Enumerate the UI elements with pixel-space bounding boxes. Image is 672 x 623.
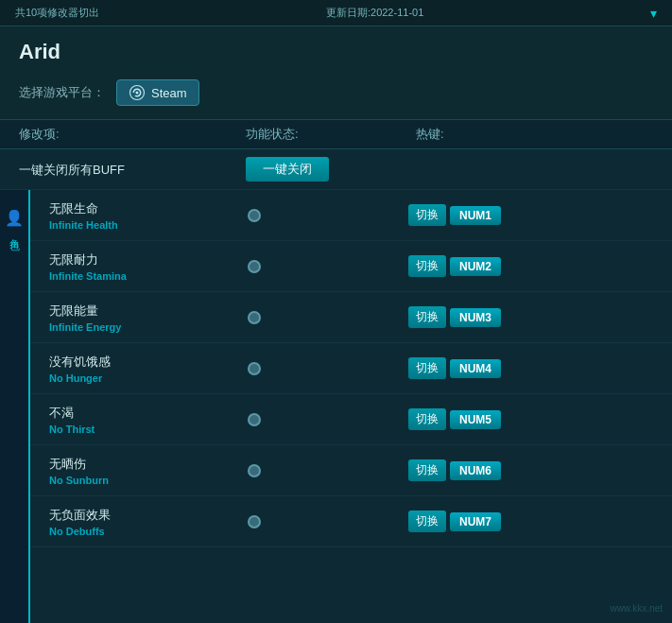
mod-toggle-col	[248, 362, 408, 375]
mod-name-cn: 没有饥饿感	[49, 354, 248, 371]
buff-name: 一键关闭所有BUFF	[19, 161, 246, 179]
mod-name-col: 无限耐力 Infinite Stamina	[49, 251, 248, 282]
table-header: 修改项: 功能状态: 热键:	[0, 119, 672, 149]
hotkey-key-button[interactable]: NUM7	[450, 512, 501, 531]
game-title: Arid	[0, 26, 672, 74]
mod-toggle-col	[248, 311, 408, 324]
main-content: 👤 角 色 无限生命 Infinite Health 切换 NUM1 无限耐力 …	[0, 190, 672, 623]
hotkey-toggle-button[interactable]: 切换	[408, 255, 446, 277]
buff-name-text: 一键关闭所有BUFF	[19, 163, 125, 177]
toggle-indicator[interactable]	[248, 413, 261, 426]
mod-list: 无限生命 Infinite Health 切换 NUM1 无限耐力 Infini…	[30, 190, 672, 623]
top-bar-right: 更新日期:2022-11-01	[326, 6, 423, 20]
header-name: 修改项:	[19, 126, 246, 143]
mod-name-cn: 无限耐力	[49, 251, 248, 268]
mod-name-en: No Hunger	[49, 372, 248, 384]
toggle-indicator[interactable]	[248, 209, 261, 222]
mod-name-col: 无晒伤 No Sunburn	[49, 456, 248, 486]
table-row: 没有饥饿感 No Hunger 切换 NUM4	[30, 343, 672, 394]
table-row: 无负面效果 No Debuffs 切换 NUM7	[30, 496, 672, 547]
top-bar-left: 共10项修改器切出	[15, 6, 99, 20]
toggle-indicator[interactable]	[248, 311, 261, 324]
mod-hotkey-col: 切换 NUM1	[408, 204, 653, 226]
hotkey-key-button[interactable]: NUM5	[450, 410, 501, 429]
table-row: 无限耐力 Infinite Stamina 切换 NUM2	[30, 241, 672, 292]
hotkey-key-button[interactable]: NUM1	[450, 206, 501, 225]
mod-name-col: 无限能量 Infinite Energy	[49, 303, 248, 333]
mod-name-cn: 无负面效果	[49, 507, 248, 524]
hotkey-toggle-button[interactable]: 切换	[408, 408, 446, 430]
mod-name-cn: 无限生命	[49, 200, 248, 217]
mod-toggle-col	[248, 413, 408, 426]
hotkey-toggle-button[interactable]: 切换	[408, 357, 446, 379]
hotkey-key-button[interactable]: NUM2	[450, 257, 501, 276]
table-row: 无限能量 Infinite Energy 切换 NUM3	[30, 292, 672, 343]
mod-hotkey-col: 切换 NUM7	[408, 511, 653, 532]
top-bar: 共10项修改器切出 更新日期:2022-11-01 ▾	[0, 0, 672, 26]
toggle-indicator[interactable]	[248, 515, 261, 528]
buff-btn-col: 一键关闭	[246, 157, 406, 182]
mod-toggle-col	[248, 464, 408, 477]
mod-toggle-col	[248, 260, 408, 273]
mod-name-en: No Thirst	[49, 424, 248, 435]
mod-toggle-col	[248, 209, 408, 222]
hotkey-toggle-button[interactable]: 切换	[408, 306, 446, 328]
mod-hotkey-col: 切换 NUM2	[408, 255, 653, 277]
mod-name-col: 不渴 No Thirst	[49, 405, 248, 435]
mod-name-en: No Debuffs	[49, 526, 248, 537]
character-icon: 👤	[5, 209, 24, 227]
buff-close-button[interactable]: 一键关闭	[246, 157, 329, 182]
steam-button[interactable]: Steam	[116, 79, 199, 106]
platform-row: 选择游戏平台： Steam	[0, 74, 672, 119]
hotkey-toggle-button[interactable]: 切换	[408, 204, 446, 226]
mod-hotkey-col: 切换 NUM6	[408, 459, 653, 481]
mod-name-cn: 无限能量	[49, 303, 248, 320]
mod-name-en: No Sunburn	[49, 475, 248, 486]
table-row: 不渴 No Thirst 切换 NUM5	[30, 394, 672, 445]
sidebar-label-char2: 色	[8, 233, 22, 234]
dropdown-arrow-icon[interactable]: ▾	[650, 6, 657, 21]
mod-name-en: Infinite Health	[49, 219, 248, 231]
mod-name-en: Infinite Stamina	[49, 270, 248, 282]
steam-icon	[129, 84, 146, 101]
hotkey-key-button[interactable]: NUM4	[450, 359, 501, 378]
table-row: 无晒伤 No Sunburn 切换 NUM6	[30, 445, 672, 496]
hotkey-toggle-button[interactable]: 切换	[408, 459, 446, 481]
header-status: 功能状态:	[246, 126, 416, 143]
steam-label: Steam	[151, 86, 187, 100]
platform-label: 选择游戏平台：	[19, 84, 105, 101]
mod-name-cn: 不渴	[49, 405, 248, 422]
hotkey-key-button[interactable]: NUM6	[450, 461, 501, 480]
hotkey-toggle-button[interactable]: 切换	[408, 511, 446, 532]
toggle-indicator[interactable]	[248, 362, 261, 375]
svg-point-1	[136, 92, 139, 95]
table-row: 无限生命 Infinite Health 切换 NUM1	[30, 190, 672, 241]
mod-hotkey-col: 切换 NUM4	[408, 357, 653, 379]
mod-hotkey-col: 切换 NUM3	[408, 306, 653, 328]
mod-hotkey-col: 切换 NUM5	[408, 408, 653, 430]
watermark: www.kkx.net	[610, 603, 663, 614]
mod-name-col: 无负面效果 No Debuffs	[49, 507, 248, 537]
hotkey-key-button[interactable]: NUM3	[450, 308, 501, 327]
mod-name-col: 无限生命 Infinite Health	[49, 200, 248, 231]
mod-toggle-col	[248, 515, 408, 528]
header-hotkey: 热键:	[416, 126, 653, 143]
mod-name-col: 没有饥饿感 No Hunger	[49, 354, 248, 384]
buff-close-row: 一键关闭所有BUFF 一键关闭	[0, 149, 672, 190]
toggle-indicator[interactable]	[248, 260, 261, 273]
mod-name-cn: 无晒伤	[49, 456, 248, 473]
sidebar: 👤 角 色	[0, 190, 30, 623]
toggle-indicator[interactable]	[248, 464, 261, 477]
mod-name-en: Infinite Energy	[49, 321, 248, 333]
